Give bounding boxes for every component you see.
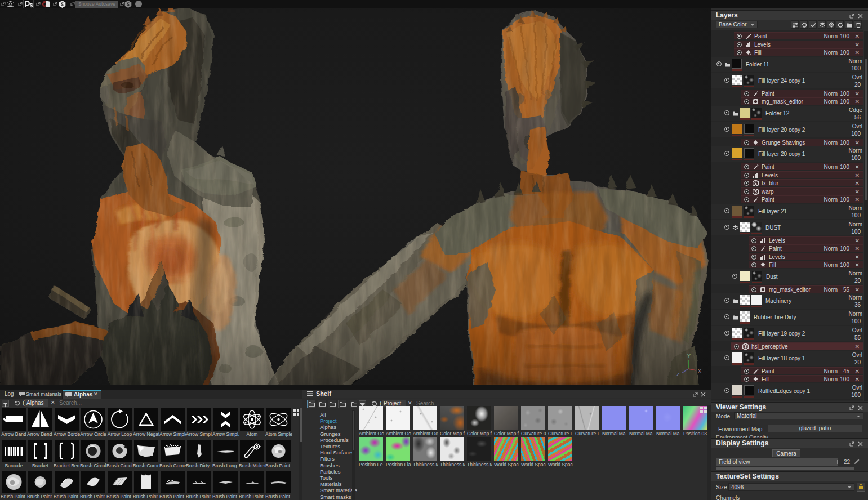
svg-text:Y: Y [687, 353, 691, 359]
svg-text:Z: Z [676, 372, 680, 377]
svg-text:X: X [698, 368, 701, 374]
